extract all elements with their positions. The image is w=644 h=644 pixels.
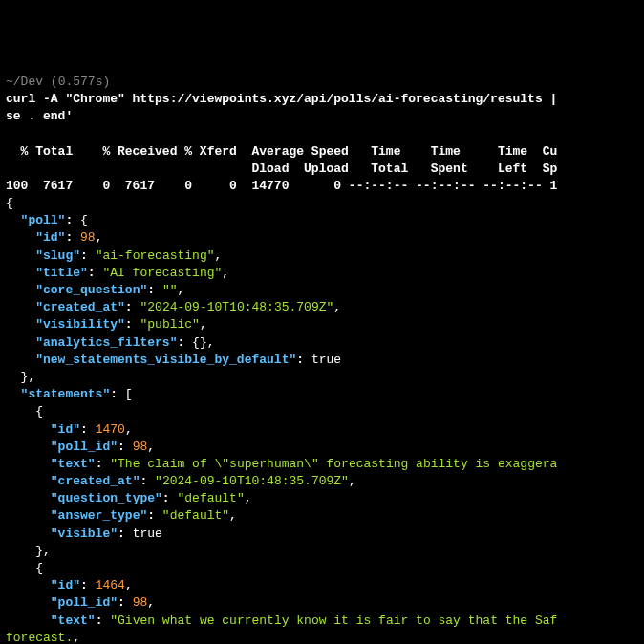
curl-header-1: % Total % Received % Xferd Average Speed… xyxy=(6,144,557,159)
val-stmt0-qtype: "default" xyxy=(177,491,244,505)
key-new-statements: "new_statements_visible_by_default" xyxy=(35,353,296,367)
val-poll-created: "2024-09-10T10:48:35.709Z" xyxy=(140,300,333,314)
key-stmt1-id: "id" xyxy=(51,578,80,592)
val-stmt1-text-cont: forecast. xyxy=(6,631,73,644)
key-stmt0-id: "id" xyxy=(51,422,80,437)
val-stmt0-visible: true xyxy=(133,526,162,541)
key-stmt0-atype: "answer_type" xyxy=(51,508,147,523)
val-stmt0-atype: "default" xyxy=(162,508,229,523)
key-stmt0-visible: "visible" xyxy=(51,526,118,541)
key-stmt0-pollid: "poll_id" xyxy=(51,440,118,454)
key-stmt0-created: "created_at" xyxy=(51,474,140,488)
key-poll: "poll" xyxy=(21,213,66,227)
key-title: "title" xyxy=(35,266,88,280)
val-stmt0-id: 1470 xyxy=(96,422,125,437)
val-stmt1-pollid: 98 xyxy=(133,595,148,610)
val-poll-title: "AI forecasting" xyxy=(102,266,222,280)
command-line-2: se . end' xyxy=(6,109,73,123)
json-open-brace: { xyxy=(6,196,13,210)
val-new-statements: true xyxy=(311,353,341,367)
val-stmt0-pollid: 98 xyxy=(133,440,148,454)
key-id: "id" xyxy=(35,230,65,245)
terminal-output[interactable]: ~/Dev (0.577s) curl -A "Chrome" https://… xyxy=(6,74,638,644)
prompt-timing: (0.577s) xyxy=(51,75,110,89)
val-visibility: "public" xyxy=(140,317,199,332)
key-stmt1-pollid: "poll_id" xyxy=(51,595,118,610)
key-statements: "statements" xyxy=(21,387,111,401)
prompt-path: ~/Dev xyxy=(6,75,43,89)
val-analytics-filters: {} xyxy=(192,335,207,350)
key-created-at: "created_at" xyxy=(35,300,125,314)
key-stmt0-qtype: "question_type" xyxy=(51,491,162,505)
key-analytics-filters: "analytics_filters" xyxy=(35,335,177,350)
val-stmt1-id: 1464 xyxy=(96,578,125,592)
val-poll-slug: "ai-forecasting" xyxy=(96,248,215,263)
curl-header-2: Dload Upload Total Spent Left Sp xyxy=(6,161,557,176)
val-poll-id: 98 xyxy=(80,230,96,245)
key-core-question: "core_question" xyxy=(35,283,147,297)
val-stmt0-text: "The claim of \"superhuman\" forecasting… xyxy=(110,457,557,471)
val-stmt1-text: "Given what we currently know it is fair… xyxy=(110,613,557,628)
key-stmt0-text: "text" xyxy=(51,457,96,471)
val-stmt0-created: "2024-09-10T10:48:35.709Z" xyxy=(155,474,349,488)
command-line-1: curl -A "Chrome" https://viewpoints.xyz/… xyxy=(6,92,557,106)
key-visibility: "visibility" xyxy=(35,317,125,332)
prompt-line: ~/Dev (0.577s) xyxy=(6,75,110,89)
val-core-question: "" xyxy=(162,283,178,297)
key-stmt1-text: "text" xyxy=(51,613,96,628)
curl-header-3: 100 7617 0 7617 0 0 14770 0 --:--:-- --:… xyxy=(6,179,557,193)
key-slug: "slug" xyxy=(35,248,80,263)
